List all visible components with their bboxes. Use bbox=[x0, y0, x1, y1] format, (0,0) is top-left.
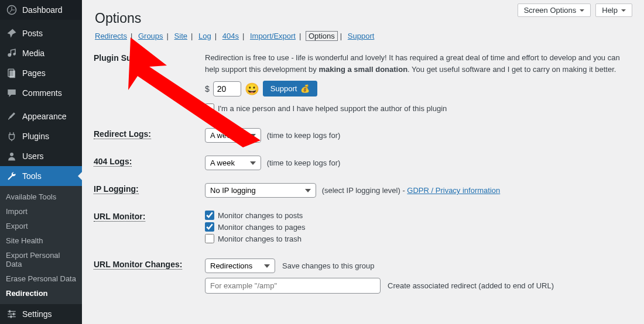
sidebar-item-appearance[interactable]: Appearance bbox=[0, 106, 82, 126]
moneybag-icon: 💰 bbox=[300, 84, 310, 93]
sidebar-item-posts[interactable]: Posts bbox=[0, 23, 82, 43]
help-label: Help bbox=[602, 6, 618, 15]
404-logs-label: 404 Logs: bbox=[94, 157, 132, 167]
redirect-logs-label: Redirect Logs: bbox=[94, 129, 151, 139]
monitor-posts-checkbox[interactable] bbox=[205, 211, 214, 220]
user-icon bbox=[6, 150, 18, 162]
associated-redirect-after: Create associated redirect (added to end… bbox=[388, 281, 554, 290]
support-button-label: Support bbox=[270, 84, 297, 93]
plugin-support-desc: Redirection is free to use - life is won… bbox=[205, 52, 632, 75]
comment-icon bbox=[6, 87, 18, 99]
tab-log[interactable]: Log bbox=[197, 32, 213, 40]
sidebar-item-plugins[interactable]: Plugins bbox=[0, 126, 82, 146]
plugin-support-label: Plugin Support bbox=[94, 53, 152, 63]
screen-options-button[interactable]: Screen Options bbox=[518, 4, 591, 17]
monitor-posts-label: Monitor changes to posts bbox=[218, 211, 303, 220]
tab-404s[interactable]: 404s bbox=[221, 32, 240, 40]
tab-options[interactable]: Options bbox=[306, 31, 338, 41]
ip-logging-select[interactable]: No IP logging bbox=[205, 183, 316, 198]
svg-rect-7 bbox=[8, 313, 16, 315]
sidebar-item-pages[interactable]: Pages bbox=[0, 63, 82, 83]
404-logs-select[interactable]: A week bbox=[205, 156, 261, 170]
smile-emoji-icon: 😀 bbox=[245, 82, 259, 96]
tab-support[interactable]: Support bbox=[347, 32, 376, 40]
screen-options-label: Screen Options bbox=[524, 6, 577, 15]
sidebar-item-label: Posts bbox=[22, 29, 43, 38]
sidebar-item-label: Appearance bbox=[22, 112, 67, 121]
sidebar-item-label: Pages bbox=[22, 68, 46, 78]
monitor-trash-label: Monitor changes to trash bbox=[218, 235, 302, 243]
redirect-logs-select[interactable]: A week bbox=[205, 128, 261, 143]
associated-redirect-input[interactable] bbox=[205, 278, 381, 294]
support-button[interactable]: Support 💰 bbox=[263, 81, 318, 96]
sidebar-item-users[interactable]: Users bbox=[0, 146, 82, 166]
submenu-export-personal-data[interactable]: Export Personal Data bbox=[0, 248, 82, 271]
sidebar-item-label: Settings bbox=[22, 309, 52, 319]
submenu-erase-personal-data[interactable]: Erase Personal Data bbox=[0, 271, 82, 286]
monitor-group-after: Save changes to this group bbox=[282, 261, 375, 270]
sidebar-item-media[interactable]: Media bbox=[0, 43, 82, 63]
currency-symbol: $ bbox=[205, 84, 210, 94]
monitor-pages-label: Monitor changes to pages bbox=[218, 223, 306, 232]
sidebar-item-tools[interactable]: Tools bbox=[0, 166, 82, 186]
tab-import-export[interactable]: Import/Export bbox=[249, 32, 297, 40]
monitor-pages-checkbox[interactable] bbox=[205, 222, 214, 232]
settings-icon bbox=[6, 308, 18, 320]
monitor-trash-checkbox[interactable] bbox=[205, 234, 214, 243]
submenu-export[interactable]: Export bbox=[0, 219, 82, 233]
plug-icon bbox=[6, 130, 18, 142]
sidebar-item-dashboard[interactable]: Dashboard bbox=[0, 0, 82, 20]
ip-logging-after: (select IP logging level) - bbox=[322, 186, 407, 195]
tools-submenu: Available Tools Import Export Site Healt… bbox=[0, 186, 82, 304]
submenu-site-health[interactable]: Site Health bbox=[0, 233, 82, 248]
help-button[interactable]: Help bbox=[595, 4, 632, 17]
ip-logging-label: IP Logging: bbox=[94, 184, 139, 194]
svg-rect-11 bbox=[11, 315, 12, 318]
sidebar-item-label: Tools bbox=[22, 171, 42, 181]
sidebar-item-comments[interactable]: Comments bbox=[0, 83, 82, 103]
monitor-group-select[interactable]: Redirections bbox=[205, 258, 275, 273]
sidebar-item-label: Comments bbox=[22, 88, 62, 98]
plugin-tabs: Redirects| Groups| Site| Log| 404s| Impo… bbox=[94, 32, 632, 40]
nice-person-label: I'm a nice person and I have helped supp… bbox=[218, 104, 447, 113]
pin-icon bbox=[6, 27, 18, 39]
wrench-icon bbox=[6, 170, 18, 182]
pages-icon bbox=[6, 67, 18, 79]
svg-rect-9 bbox=[9, 310, 11, 313]
tab-redirects[interactable]: Redirects bbox=[94, 32, 128, 40]
submenu-redirection[interactable]: Redirection bbox=[0, 286, 82, 301]
url-monitor-label: URL Monitor: bbox=[94, 212, 145, 222]
brush-icon bbox=[6, 111, 18, 122]
svg-rect-6 bbox=[8, 311, 16, 312]
submenu-import[interactable]: Import bbox=[0, 204, 82, 219]
sidebar-item-label: Dashboard bbox=[22, 5, 63, 15]
svg-rect-10 bbox=[13, 313, 14, 316]
submenu-available-tools[interactable]: Available Tools bbox=[0, 189, 82, 204]
redirect-logs-after: (time to keep logs for) bbox=[267, 131, 341, 140]
dashboard-icon bbox=[6, 4, 18, 16]
nice-person-checkbox[interactable] bbox=[205, 104, 214, 113]
tab-site[interactable]: Site bbox=[173, 32, 189, 40]
404-logs-after: (time to keep logs for) bbox=[267, 158, 341, 167]
sidebar-item-label: Plugins bbox=[22, 132, 49, 141]
svg-point-5 bbox=[10, 153, 13, 156]
tab-groups[interactable]: Groups bbox=[137, 32, 165, 40]
gdpr-link[interactable]: GDPR / Privacy information bbox=[407, 186, 500, 195]
svg-rect-4 bbox=[9, 71, 15, 78]
sidebar-item-label: Media bbox=[22, 49, 44, 58]
donation-amount-input[interactable] bbox=[213, 81, 241, 96]
admin-sidebar: Dashboard Posts Media Pages Comments App… bbox=[0, 0, 82, 324]
url-monitor-changes-label: URL Monitor Changes: bbox=[94, 260, 182, 270]
sidebar-item-label: Users bbox=[22, 151, 44, 161]
svg-point-2 bbox=[13, 53, 16, 56]
media-icon bbox=[6, 47, 18, 59]
sidebar-item-settings[interactable]: Settings bbox=[0, 304, 82, 324]
